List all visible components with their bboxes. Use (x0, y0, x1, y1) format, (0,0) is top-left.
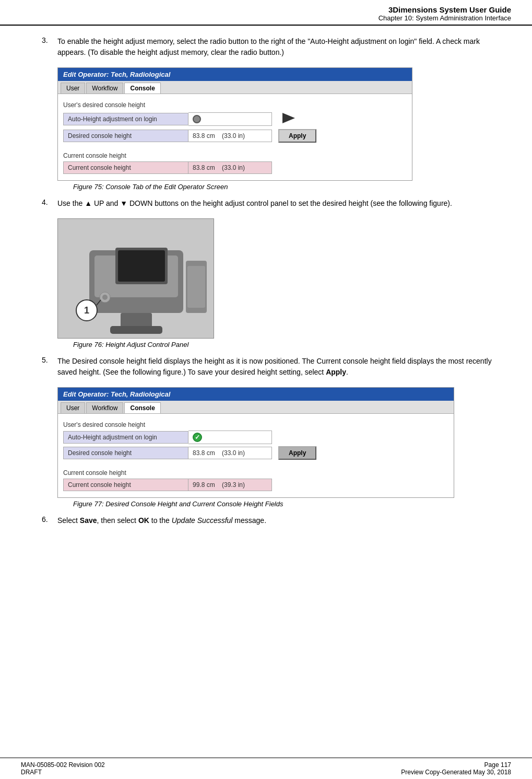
tab-console-2[interactable]: Console (124, 402, 160, 413)
step-6-text: Select Save, then select OK to the Updat… (57, 515, 266, 526)
step-4-text: Use the ▲ UP and ▼ DOWN buttons on the h… (57, 198, 452, 209)
main-content: 3. To enable the height adjust memory, s… (0, 26, 532, 546)
step-6: 6. Select Save, then select OK to the Up… (42, 515, 501, 526)
auto-height-label-2: Auto-Height adjustment on login (63, 431, 188, 444)
auto-height-row-2: Auto-Height adjustment on login ✓ (63, 431, 448, 444)
svg-marker-0 (282, 113, 295, 123)
fig-76-caption: Figure 76: Height Adjust Control Panel (73, 341, 501, 348)
tab-user-1[interactable]: User (61, 83, 85, 94)
desired-height-value-2: 83.8 cm (33.0 in) (188, 447, 272, 459)
step-3: 3. To enable the height adjust memory, s… (42, 36, 501, 58)
tab-console-1[interactable]: Console (124, 83, 160, 94)
auto-height-label-1: Auto-Height adjustment on login (63, 113, 188, 125)
desired-height-row-2: Desired console height 83.8 cm (33.0 in)… (63, 446, 448, 460)
sub-title: Chapter 10: System Administration Interf… (379, 14, 511, 22)
current-height-value-1: 83.8 cm (33.0 in) (188, 161, 272, 174)
header-title: 3Dimensions System User Guide Chapter 10… (379, 5, 511, 22)
svg-rect-9 (110, 326, 162, 334)
current-height-value-2: 99.8 cm (39.3 in) (188, 479, 272, 491)
auto-height-toggle-1[interactable] (188, 112, 272, 126)
svg-rect-5 (118, 250, 165, 282)
tab-user-2[interactable]: User (61, 402, 85, 413)
height-adjust-image: 1 (57, 218, 214, 339)
svg-point-7 (102, 295, 108, 300)
footer-draft: DRAFT (21, 769, 105, 776)
step-4-number: 4. (42, 198, 57, 209)
step-5: 5. The Desired console height field disp… (42, 356, 501, 378)
edit-operator-panel-2: Edit Operator: Tech, Radiological User W… (57, 387, 454, 498)
figure-75-wrapper: Edit Operator: Tech, Radiological User W… (57, 67, 501, 191)
step-5-number: 5. (42, 356, 57, 378)
fig-77-caption: Figure 77: Desired Console Height and Cu… (73, 500, 501, 508)
section-2-label-1: Current console height (63, 152, 407, 159)
section-1-label-1: User's desired console height (63, 101, 407, 109)
current-height-label-1: Current console height (63, 161, 188, 174)
panel-1-title: Edit Operator: Tech, Radiological (58, 68, 412, 81)
tab-workflow-1[interactable]: Workflow (86, 83, 123, 94)
edit-operator-panel-1: Edit Operator: Tech, Radiological User W… (57, 67, 412, 181)
step-4: 4. Use the ▲ UP and ▼ DOWN buttons on th… (42, 198, 501, 209)
figure-77-wrapper: Edit Operator: Tech, Radiological User W… (57, 387, 501, 508)
desired-height-label-1: Desired console height (63, 130, 188, 142)
fig-75-caption: Figure 75: Console Tab of the Edit Opera… (73, 183, 501, 191)
step-6-number: 6. (42, 515, 57, 526)
panel-1-tabs: User Workflow Console (58, 81, 412, 94)
page-footer: MAN-05085-002 Revision 002 DRAFT Page 11… (0, 758, 532, 779)
step-3-text: To enable the height adjust memory, sele… (57, 36, 501, 58)
svg-text:1: 1 (84, 305, 89, 316)
auto-height-toggle-2[interactable]: ✓ (188, 431, 272, 444)
toggle-dot-1 (193, 115, 201, 123)
section-1-label-2: User's desired console height (63, 421, 448, 428)
desired-height-value-1: 83.8 cm (33.0 in) (188, 130, 272, 142)
section-2-label-2: Current console height (63, 469, 448, 476)
current-height-row-1: Current console height 83.8 cm (33.0 in) (63, 161, 407, 174)
page-header: 3Dimensions System User Guide Chapter 10… (0, 0, 532, 26)
arrow-indicator-1 (282, 111, 303, 127)
apply-button-1[interactable]: Apply (278, 129, 316, 143)
step-3-number: 3. (42, 36, 57, 58)
tab-workflow-2[interactable]: Workflow (86, 402, 123, 413)
panel-1-body: User's desired console height Auto-Heigh… (58, 94, 412, 180)
desired-height-row-1: Desired console height 83.8 cm (33.0 in)… (63, 129, 407, 143)
footer-preview: Preview Copy-Generated May 30, 2018 (401, 769, 511, 776)
footer-page: Page 117 (401, 761, 511, 769)
desired-height-label-2: Desired console height (63, 447, 188, 459)
panel-2-tabs: User Workflow Console (58, 401, 454, 414)
svg-rect-14 (187, 266, 205, 308)
current-height-label-2: Current console height (63, 479, 188, 491)
figure-76-wrapper: 1 Figure 76: Height Adjust Control Panel (57, 218, 501, 348)
apply-button-2[interactable]: Apply (278, 446, 316, 460)
panel-2-body: User's desired console height Auto-Heigh… (58, 414, 454, 497)
auto-height-row-1: Auto-Height adjustment on login (63, 111, 407, 127)
panel-2-title: Edit Operator: Tech, Radiological (58, 388, 454, 401)
step-5-text: The Desired console height field display… (57, 356, 501, 378)
main-title: 3Dimensions System User Guide (379, 5, 511, 14)
current-height-row-2: Current console height 99.8 cm (39.3 in) (63, 479, 448, 491)
footer-left: MAN-05085-002 Revision 002 DRAFT (21, 761, 105, 776)
toggle-check-2: ✓ (193, 433, 202, 442)
footer-doc-number: MAN-05085-002 Revision 002 (21, 761, 105, 769)
footer-right: Page 117 Preview Copy-Generated May 30, … (401, 761, 511, 776)
